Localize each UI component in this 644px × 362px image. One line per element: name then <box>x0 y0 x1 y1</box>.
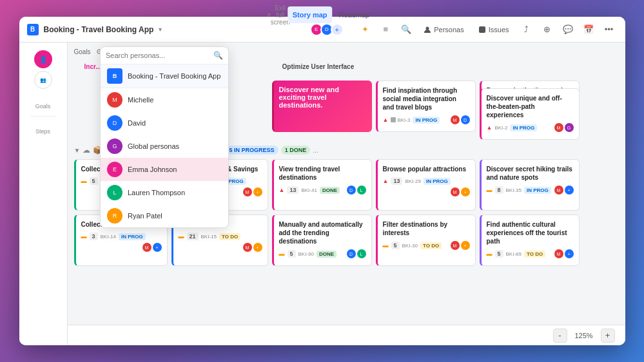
persona-emma[interactable]: E Emma Johnson <box>101 158 228 181</box>
card-num: 5 <box>495 250 503 258</box>
sprint-more-button[interactable]: ... <box>313 147 318 154</box>
persona-lauren[interactable]: L Lauren Thompson <box>101 181 228 204</box>
av2: + <box>253 243 262 252</box>
card-id: BKI-41 <box>301 187 317 193</box>
app-chevron[interactable]: ▾ <box>159 26 162 33</box>
exit-fullscreen-button[interactable]: ↗ Exit full screen <box>269 17 286 23</box>
card-bki2[interactable]: Discover unique and off-the-beaten-path … <box>480 88 580 140</box>
card-bki29[interactable]: Browse popular attractions ▲ 13 BKI-29 I… <box>376 159 476 211</box>
persona-michelle[interactable]: M Michelle <box>101 88 228 111</box>
goal-col-3: Optimize User Interface <box>278 61 378 73</box>
av2: + <box>565 249 574 258</box>
card-id: BKI-29 <box>405 178 420 184</box>
status: DONE <box>317 251 337 258</box>
more-button[interactable]: ••• <box>601 21 618 38</box>
sidebar-divider <box>30 116 56 117</box>
status: IN PROG <box>524 187 551 194</box>
persona-ryan[interactable]: R Ryan Patel <box>101 204 228 227</box>
search-icon: 🔍 <box>213 51 223 60</box>
top-bar: B Booking - Travel Booking App ▾ E D + ✦… <box>19 17 625 43</box>
priority-icon: ▬ <box>383 242 389 249</box>
avatar-emma: E <box>107 162 122 177</box>
card-bki30[interactable]: Filter destinations by interests ▬ 5 BKI… <box>376 214 476 266</box>
status: TO DO <box>524 251 545 258</box>
zoom-out-button[interactable]: - <box>553 329 567 343</box>
priority-icon: ▬ <box>487 187 493 193</box>
card-id: BKI-30 <box>402 243 418 249</box>
card-id-bki2: BKI-2 <box>494 125 507 131</box>
persona-dropdown[interactable]: 🔍 B Booking - Travel Booking App M Miche… <box>100 46 229 228</box>
av2: L <box>357 249 366 258</box>
avatar-ryan: R <box>107 208 122 224</box>
avatar-global: G <box>107 138 122 154</box>
card-bki35[interactable]: Discover secret hiking trails and nature… <box>480 159 580 211</box>
card-num: 5 <box>90 177 98 185</box>
chat-button[interactable]: 💬 <box>560 21 576 38</box>
sidebar-avatar2[interactable]: 👥 <box>34 71 52 89</box>
av2: + <box>461 241 470 250</box>
sidebar-avatar[interactable]: 👤 <box>34 50 52 68</box>
card-bki41[interactable]: View trending travel destinations ▲ 13 B… <box>272 159 372 211</box>
story-map-tab[interactable]: Story map <box>288 17 333 23</box>
zoom-in-button[interactable]: + <box>601 329 615 343</box>
app-avatar: B <box>107 68 122 84</box>
share-button[interactable]: ⤴ <box>518 21 535 38</box>
search-personas-input[interactable] <box>106 52 210 59</box>
roadmap-tab[interactable]: Roadmap <box>334 17 375 23</box>
card-num: 13 <box>287 186 298 194</box>
persona-global[interactable]: G Global personas <box>101 135 228 158</box>
avatars-bki2: M G <box>554 123 574 132</box>
av1: M <box>554 249 563 258</box>
card-id: BKI-90 <box>298 251 314 257</box>
priority-icon: ▬ <box>279 251 285 257</box>
avatar-david: D <box>107 115 122 131</box>
spark-button[interactable]: ✦ <box>356 21 373 38</box>
avatar2: G <box>565 123 574 132</box>
av1: D <box>347 186 356 195</box>
card-id: BKI-15 <box>201 234 217 240</box>
badge-done: 1 DONE <box>281 146 311 155</box>
card-num: 5 <box>288 250 296 258</box>
av1: M <box>142 243 151 252</box>
card-bki89[interactable]: Find authentic cultural experiences off … <box>480 214 580 266</box>
card-bki3[interactable]: Find inspiration through social media in… <box>376 81 476 132</box>
personas-button[interactable]: Personas <box>418 24 469 35</box>
av1: D <box>347 249 356 258</box>
avatar1: M <box>554 123 563 132</box>
status-bki2: IN PROG <box>510 124 537 131</box>
priority-icon: ▲ <box>279 187 285 193</box>
av1: M <box>554 186 563 195</box>
dropdown-app-item[interactable]: B Booking - Travel Booking App <box>101 64 228 88</box>
menu-button[interactable]: ≡ <box>377 21 394 38</box>
calendar-button[interactable]: 📅 <box>580 21 597 38</box>
add-user-button[interactable]: + <box>331 23 344 36</box>
goal-col-5 <box>486 61 586 73</box>
persona-david[interactable]: D David <box>101 111 228 135</box>
av1: M <box>243 243 252 252</box>
priority-icon-bki2: ▲ <box>487 124 493 131</box>
sidebar-steps-label: Steps <box>35 124 50 136</box>
sidebar-goals-label: Goals <box>35 99 51 111</box>
card-bki90[interactable]: Manually and automatically add the trend… <box>272 214 372 266</box>
priority-icon: ▬ <box>81 233 87 240</box>
card-id: BKI-89 <box>506 251 522 257</box>
card-id-bki3: BKI-3 <box>391 117 410 123</box>
zoom-level: 125% <box>572 332 596 339</box>
status-bki3: IN PROG <box>413 117 440 124</box>
sidebar: 👤 👥 Goals Steps <box>19 43 68 345</box>
status: TO DO <box>420 242 442 249</box>
search-button[interactable]: 🔍 <box>398 21 415 38</box>
sprint-collapse[interactable]: ▼ <box>74 147 81 154</box>
zoom-bar: - 125% + <box>68 325 625 345</box>
sidebar-avatar-section: 👤 👥 <box>19 48 67 91</box>
svg-rect-2 <box>391 117 396 122</box>
status: IN PROG <box>119 233 146 240</box>
issues-button[interactable]: Issues <box>473 24 514 35</box>
status: DONE <box>320 187 340 194</box>
avatar2: D <box>461 115 470 124</box>
svg-rect-1 <box>479 26 485 33</box>
card-num: 8 <box>495 186 503 194</box>
svg-point-0 <box>426 26 429 30</box>
card-id: BKI-35 <box>506 187 522 193</box>
collab-button[interactable]: ⊕ <box>539 21 556 38</box>
